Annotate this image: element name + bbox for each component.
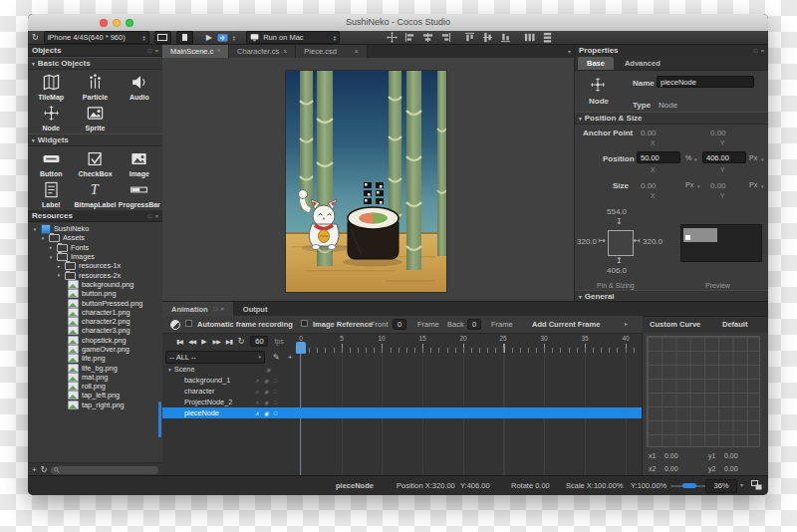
collapse-row-icon[interactable]: ∧ — [255, 410, 259, 416]
curve-editor-grid[interactable] — [647, 336, 760, 447]
scene-viewport[interactable] — [286, 71, 446, 292]
edit-animation-button[interactable]: ✎ — [273, 353, 280, 362]
chevron-down-icon[interactable]: ▾ — [694, 156, 697, 162]
object-item-particle[interactable]: Particle — [73, 73, 117, 101]
zoom-slider-handle[interactable] — [682, 483, 696, 488]
chevron-right-icon[interactable]: ▸ — [56, 263, 62, 269]
widget-item-button[interactable]: Button — [29, 149, 73, 177]
tab-base[interactable]: Base — [578, 57, 614, 70]
curve-x1-value[interactable]: 0.00 — [664, 452, 678, 459]
animation-filter-select[interactable]: -- ALL -- ▾ — [165, 351, 265, 364]
collapse-row-icon[interactable]: ∧ — [255, 378, 259, 384]
tree-item-file[interactable]: life.png — [28, 354, 162, 363]
tab-mainscene[interactable]: MainScene.c * — [162, 45, 229, 58]
pin-sizing-box[interactable] — [608, 230, 634, 256]
front-value[interactable]: 0 — [393, 319, 406, 330]
tree-item-folder[interactable]: ▾Images — [28, 252, 162, 261]
visibility-icon[interactable]: ◉ — [264, 378, 269, 384]
widget-item-progressbar[interactable]: ProgressBar — [118, 180, 161, 208]
pixel-ratio-icon[interactable] — [751, 480, 762, 490]
align-center-horizontal-icon[interactable] — [422, 32, 433, 43]
publish-icon[interactable] — [217, 33, 228, 43]
chevron-right-icon[interactable]: ▸ — [48, 244, 54, 250]
pin-left-arrow-icon[interactable]: ↤ — [634, 236, 641, 245]
fps-input[interactable]: 60 — [250, 336, 268, 347]
lock-icon[interactable]: □ — [274, 378, 277, 384]
visibility-icon[interactable]: ◉ — [264, 389, 269, 395]
name-input[interactable] — [657, 76, 754, 88]
close-panel-icon[interactable]: × — [154, 48, 158, 54]
tree-item-project[interactable]: ▾SushiNeko — [28, 224, 162, 233]
add-animation-button[interactable]: + — [288, 353, 293, 362]
align-middle-icon[interactable] — [482, 32, 493, 43]
close-tab-icon[interactable]: × — [283, 48, 287, 55]
tree-item-file[interactable]: chopstick.png — [28, 336, 162, 345]
back-value[interactable]: 0 — [467, 319, 481, 330]
align-bottom-icon[interactable] — [500, 32, 511, 43]
widgets-section-header[interactable]: ▾ Widgets — [28, 133, 162, 146]
tree-item-folder[interactable]: ▾Assets — [28, 233, 162, 242]
add-current-frame-button[interactable]: Add Current Frame — [532, 320, 600, 329]
refresh-resources-button[interactable]: ↻ — [41, 465, 48, 474]
visibility-icon[interactable]: ◉ — [264, 410, 269, 416]
landscape-button[interactable] — [154, 31, 171, 44]
image-reference-checkbox[interactable] — [301, 320, 308, 327]
chevron-down-icon[interactable]: ▾ — [761, 183, 764, 189]
tree-item-file[interactable]: life_bg.png — [28, 363, 162, 372]
chevron-down-icon[interactable]: ▾ — [761, 156, 764, 162]
chevron-right-icon[interactable]: ▸ — [625, 320, 628, 327]
timeline-row-character[interactable]: character ∧◉□ — [162, 386, 665, 397]
tab-output[interactable]: Output — [234, 302, 277, 316]
add-resource-button[interactable]: + — [32, 465, 37, 474]
stepper-icon[interactable]: ▴▾ — [233, 35, 235, 41]
tree-item-file[interactable]: character3.png — [28, 326, 162, 335]
tree-item-file[interactable]: mat.png — [28, 373, 162, 382]
tree-item-file[interactable]: tap_left.png — [28, 391, 162, 399]
widget-item-image[interactable]: Image — [118, 149, 161, 177]
visibility-icon[interactable]: ◉ — [266, 367, 271, 373]
position-x-unit[interactable]: % — [685, 154, 691, 161]
tab-advanced[interactable]: Advanced — [616, 57, 669, 70]
tree-item-file[interactable]: roll.png — [28, 382, 162, 391]
tree-item-file[interactable]: background.png — [28, 280, 162, 289]
resources-scrollbar[interactable] — [158, 401, 161, 437]
go-to-end-button[interactable]: ▶▮ — [226, 338, 232, 345]
lock-icon[interactable]: □ — [274, 410, 277, 416]
zoom-slider[interactable] — [670, 485, 710, 487]
resources-search-input[interactable] — [51, 466, 158, 474]
portrait-button[interactable] — [176, 31, 193, 44]
timeline-ruler[interactable]: 0 5 10 15 20 25 30 35 40 — [299, 335, 646, 344]
timeline-row-scene[interactable]: ▾ Scene ◉ — [162, 364, 650, 375]
chevron-down-icon[interactable]: ▾ — [32, 226, 38, 232]
widget-item-checkbox[interactable]: CheckBox — [73, 149, 117, 177]
align-left-icon[interactable] — [404, 32, 415, 43]
pin-right-arrow-icon[interactable]: ↦ — [599, 236, 606, 245]
tree-item-file[interactable]: buttonPressed.png — [28, 298, 162, 307]
default-curve-label[interactable]: Default — [722, 320, 747, 329]
device-selector[interactable]: iPhone 4/4S(640 * 960) ▴▾ — [44, 31, 149, 44]
auto-record-checkbox[interactable] — [185, 320, 192, 327]
rotate-device-icon[interactable]: ↻ — [32, 33, 39, 42]
collapse-panel-icon[interactable]: □ — [754, 48, 758, 54]
close-panel-icon[interactable]: × — [154, 213, 158, 219]
collapse-panel-icon[interactable]: □ — [148, 213, 152, 219]
tree-item-folder[interactable]: ▸Fonts — [28, 243, 162, 252]
pin-down-arrow-icon[interactable]: ↧ — [616, 217, 623, 226]
tab-character[interactable]: Character.cs × — [229, 45, 296, 58]
widget-item-bitmaplabel[interactable]: T BitmapLabel — [73, 180, 117, 208]
timeline-row-projectnode[interactable]: ProjectNode_2 ∧◉□ — [162, 397, 665, 407]
chevron-down-icon[interactable]: ▾ — [697, 183, 700, 189]
loop-button[interactable]: ↻ — [238, 337, 245, 346]
tree-item-file[interactable]: tap_right.png — [28, 400, 162, 409]
tree-item-folder[interactable]: ▸resources-1x — [28, 261, 162, 270]
chevron-down-icon[interactable]: ▾ — [168, 367, 171, 373]
close-panel-icon[interactable]: × — [220, 306, 224, 312]
collapse-row-icon[interactable]: ∧ — [255, 389, 259, 395]
basic-objects-section-header[interactable]: ▾ Basic Objects — [28, 57, 162, 70]
distribute-vertical-icon[interactable] — [542, 32, 553, 43]
run-target-selector[interactable]: Run on Mac ▴▾ — [246, 31, 340, 44]
play-button[interactable]: ▶ — [206, 33, 212, 42]
position-size-section-header[interactable]: ▾ Position & Size — [575, 112, 768, 125]
tree-item-file[interactable]: character2.png — [28, 317, 162, 326]
object-item-sprite[interactable]: Sprite — [73, 104, 117, 132]
